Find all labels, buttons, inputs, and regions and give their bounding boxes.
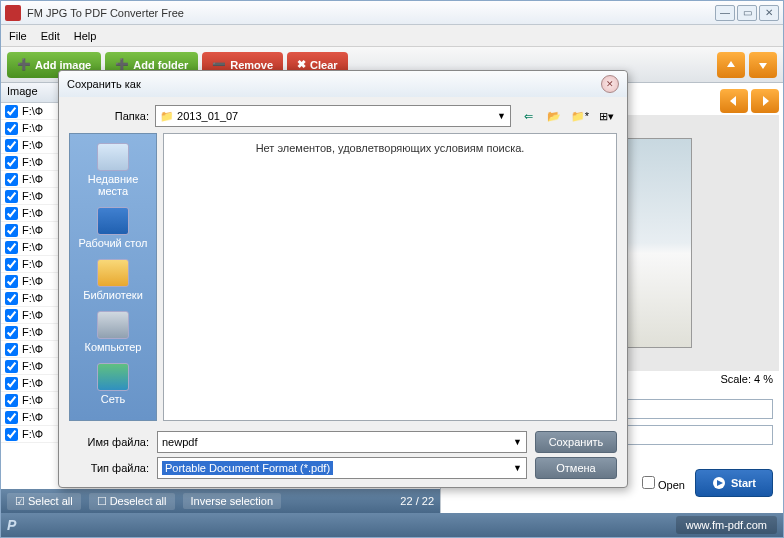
prev-image-button[interactable] — [720, 89, 748, 113]
filetype-label: Тип файла: — [69, 462, 149, 474]
app-title: FM JPG To PDF Converter Free — [27, 7, 715, 19]
row-text: F:\Ф — [22, 241, 43, 253]
folder-value: 2013_01_07 — [177, 110, 238, 122]
save-as-dialog: Сохранить как ✕ Папка: 📁 2013_01_07 ▼ ⇐ … — [58, 70, 628, 488]
row-text: F:\Ф — [22, 394, 43, 406]
row-text: F:\Ф — [22, 309, 43, 321]
cancel-button[interactable]: Отмена — [535, 457, 617, 479]
row-checkbox[interactable] — [5, 275, 18, 288]
row-text: F:\Ф — [22, 122, 43, 134]
filename-label: Имя файла: — [69, 436, 149, 448]
row-checkbox[interactable] — [5, 326, 18, 339]
chevron-down-icon: ▼ — [513, 463, 522, 473]
row-checkbox[interactable] — [5, 411, 18, 424]
close-button[interactable]: ✕ — [759, 5, 779, 21]
filename-input[interactable]: newpdf▼ — [157, 431, 527, 453]
menu-edit[interactable]: Edit — [41, 30, 60, 42]
row-checkbox[interactable] — [5, 173, 18, 186]
row-checkbox[interactable] — [5, 224, 18, 237]
save-button[interactable]: Сохранить — [535, 431, 617, 453]
inverse-selection-button[interactable]: Inverse selection — [183, 493, 282, 509]
menubar: File Edit Help — [1, 25, 783, 47]
folder-icon: 📁 — [160, 110, 174, 123]
up-folder-button[interactable]: 📂 — [543, 106, 565, 126]
next-image-button[interactable] — [751, 89, 779, 113]
row-text: F:\Ф — [22, 360, 43, 372]
new-folder-button[interactable]: 📁* — [569, 106, 591, 126]
chevron-down-icon: ▼ — [497, 111, 506, 121]
selection-count: 22 / 22 — [400, 495, 434, 507]
back-button[interactable]: ⇐ — [517, 106, 539, 126]
row-checkbox[interactable] — [5, 258, 18, 271]
place-network[interactable]: Сеть — [72, 360, 154, 408]
row-checkbox[interactable] — [5, 241, 18, 254]
dialog-title: Сохранить как — [67, 78, 601, 90]
row-text: F:\Ф — [22, 173, 43, 185]
status-bar: P www.fm-pdf.com — [1, 513, 783, 537]
select-all-button[interactable]: ☑Select all — [7, 493, 81, 510]
place-libraries[interactable]: Библиотеки — [72, 256, 154, 304]
website-link[interactable]: www.fm-pdf.com — [676, 516, 777, 534]
filetype-dropdown[interactable]: Portable Document Format (*.pdf)▼ — [157, 457, 527, 479]
start-button[interactable]: Start — [695, 469, 773, 497]
row-checkbox[interactable] — [5, 377, 18, 390]
dialog-titlebar: Сохранить как ✕ — [59, 71, 627, 97]
places-bar: Недавние места Рабочий стол Библиотеки К… — [69, 133, 157, 421]
row-text: F:\Ф — [22, 292, 43, 304]
row-text: F:\Ф — [22, 377, 43, 389]
menu-help[interactable]: Help — [74, 30, 97, 42]
open-checkbox-label[interactable]: Open — [642, 476, 685, 491]
row-checkbox[interactable] — [5, 292, 18, 305]
row-checkbox[interactable] — [5, 122, 18, 135]
folder-dropdown[interactable]: 📁 2013_01_07 ▼ — [155, 105, 511, 127]
row-text: F:\Ф — [22, 139, 43, 151]
move-down-button[interactable] — [749, 52, 777, 78]
app-icon — [5, 5, 21, 21]
selection-bar: ☑Select all ☐Deselect all Inverse select… — [1, 489, 440, 513]
row-checkbox[interactable] — [5, 139, 18, 152]
row-text: F:\Ф — [22, 428, 43, 440]
menu-file[interactable]: File — [9, 30, 27, 42]
minimize-button[interactable]: — — [715, 5, 735, 21]
dialog-close-button[interactable]: ✕ — [601, 75, 619, 93]
row-checkbox[interactable] — [5, 309, 18, 322]
maximize-button[interactable]: ▭ — [737, 5, 757, 21]
row-checkbox[interactable] — [5, 360, 18, 373]
titlebar: FM JPG To PDF Converter Free — ▭ ✕ — [1, 1, 783, 25]
row-text: F:\Ф — [22, 224, 43, 236]
empty-message: Нет элементов, удовлетворяющих условиям … — [256, 142, 525, 154]
row-text: F:\Ф — [22, 343, 43, 355]
row-text: F:\Ф — [22, 411, 43, 423]
row-checkbox[interactable] — [5, 156, 18, 169]
row-checkbox[interactable] — [5, 207, 18, 220]
move-up-button[interactable] — [717, 52, 745, 78]
chevron-down-icon: ▼ — [513, 437, 522, 447]
row-checkbox[interactable] — [5, 428, 18, 441]
row-text: F:\Ф — [22, 190, 43, 202]
file-list-area[interactable]: Нет элементов, удовлетворяющих условиям … — [163, 133, 617, 421]
row-checkbox[interactable] — [5, 343, 18, 356]
open-checkbox[interactable] — [642, 476, 655, 489]
row-checkbox[interactable] — [5, 394, 18, 407]
row-text: F:\Ф — [22, 156, 43, 168]
row-text: F:\Ф — [22, 326, 43, 338]
view-menu-button[interactable]: ⊞▾ — [595, 106, 617, 126]
row-text: F:\Ф — [22, 275, 43, 287]
folder-label: Папка: — [69, 110, 149, 122]
deselect-all-button[interactable]: ☐Deselect all — [89, 493, 175, 510]
place-computer[interactable]: Компьютер — [72, 308, 154, 356]
place-desktop[interactable]: Рабочий стол — [72, 204, 154, 252]
row-checkbox[interactable] — [5, 105, 18, 118]
row-checkbox[interactable] — [5, 190, 18, 203]
row-text: F:\Ф — [22, 105, 43, 117]
row-text: F:\Ф — [22, 258, 43, 270]
place-recent[interactable]: Недавние места — [72, 140, 154, 200]
paypal-icon[interactable]: P — [7, 517, 16, 533]
row-text: F:\Ф — [22, 207, 43, 219]
